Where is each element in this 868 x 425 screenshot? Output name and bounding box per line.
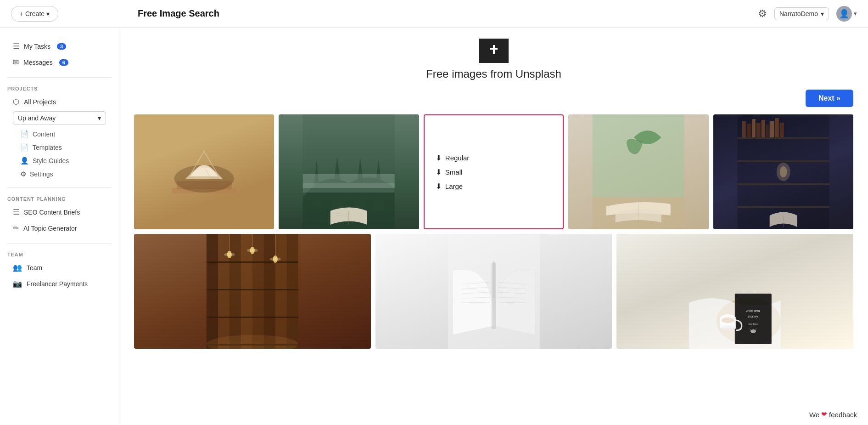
svg-rect-24	[769, 121, 774, 137]
download-large-label: Large	[445, 182, 463, 190]
header-right: ⚙ NarratoDemo ▾ 👤 ▾	[758, 6, 857, 22]
image-card-1[interactable]	[134, 114, 274, 229]
svg-rect-35	[264, 234, 275, 349]
image-2-overlay	[279, 114, 419, 229]
team-section-label: TEAM	[7, 252, 112, 257]
image-grid-row1: ⬇ Regular ⬇ Small ⬇ Large	[134, 114, 853, 229]
sidebar-team-section: TEAM 👥 Team 📷 Freelancer Payments	[0, 248, 119, 294]
messages-badge: 6	[59, 59, 68, 66]
sidebar-item-content[interactable]: 📄 Content	[7, 128, 112, 141]
style-guides-icon: 👤	[20, 157, 29, 165]
download-regular-icon: ⬇	[436, 153, 442, 162]
svg-point-50	[270, 257, 281, 261]
seo-icon: ☰	[13, 208, 19, 216]
svg-rect-19	[746, 124, 751, 137]
svg-rect-31	[218, 234, 230, 349]
sidebar-projects-section: PROJECTS ⬡ All Projects Up and Away ▾ 📄 …	[0, 82, 119, 183]
workspace-name: NarratoDemo	[779, 10, 818, 17]
project-selector[interactable]: Up and Away ▾	[13, 111, 106, 125]
download-small[interactable]: ⬇ Small	[436, 168, 463, 176]
unsplash-header: Free images from Unsplash	[134, 39, 853, 80]
image-card-5[interactable]	[713, 114, 853, 229]
tasks-icon: ☰	[13, 42, 19, 51]
download-small-icon: ⬇	[436, 168, 442, 176]
unsplash-logo-svg	[486, 41, 502, 58]
image-4-overlay	[568, 114, 708, 229]
image-card-7[interactable]	[375, 234, 612, 349]
freelancer-icon: 📷	[13, 279, 22, 288]
download-large[interactable]: ⬇ Large	[436, 182, 463, 191]
content-icon: 📄	[20, 130, 29, 138]
user-avatar-button[interactable]: 👤 ▾	[836, 6, 857, 22]
settings-icon-button[interactable]: ⚙	[758, 8, 767, 20]
sidebar-item-my-tasks[interactable]: ☰ My Tasks 3	[7, 39, 112, 54]
sidebar-divider-3	[7, 243, 112, 244]
svg-point-74	[720, 326, 736, 330]
templates-icon: 📄	[20, 143, 29, 152]
team-icon: 👥	[13, 263, 22, 272]
svg-point-69	[750, 329, 756, 333]
sidebar-item-style-guides[interactable]: 👤 Style Guides	[7, 154, 112, 167]
sidebar: ☰ My Tasks 3 ✉ Messages 6 PROJECTS ⬡ All…	[0, 28, 119, 425]
avatar: 👤	[836, 6, 852, 22]
create-button[interactable]: + Create ▾	[11, 6, 58, 22]
svg-rect-20	[752, 119, 755, 137]
sidebar-item-templates[interactable]: 📄 Templates	[7, 141, 112, 154]
svg-rect-38	[207, 261, 298, 263]
svg-rect-25	[775, 118, 778, 137]
projects-section-label: PROJECTS	[7, 86, 112, 91]
download-large-icon: ⬇	[436, 182, 442, 191]
feedback-heart-icon: ❤	[821, 410, 827, 419]
sidebar-content-planning-section: CONTENT PLANNING ☰ SEO Content Briefs ✏ …	[0, 193, 119, 238]
image-card-4[interactable]	[568, 114, 708, 229]
sidebar-item-ai-topic[interactable]: ✏ AI Topic Generator	[7, 221, 112, 236]
svg-point-75	[722, 317, 734, 323]
templates-label: Templates	[33, 144, 62, 151]
main-content: Free images from Unsplash Next »	[119, 28, 868, 425]
image-1-overlay	[134, 114, 274, 229]
svg-point-28	[779, 166, 787, 177]
sidebar-item-settings[interactable]: ⚙ Settings	[7, 168, 112, 181]
style-guides-label: Style Guides	[33, 157, 69, 164]
image-card-6[interactable]	[134, 234, 371, 349]
feedback-bar: We ❤ feedback	[798, 404, 868, 425]
gear-icon: ⚙	[758, 8, 767, 20]
svg-rect-23	[766, 125, 768, 137]
sidebar-tasks-section: ☰ My Tasks 3 ✉ Messages 6	[0, 35, 119, 73]
create-label: + Create ▾	[20, 10, 50, 17]
project-chevron-icon: ▾	[98, 114, 101, 122]
download-regular[interactable]: ⬇ Regular	[436, 153, 470, 162]
image-8-overlay: milk and honey rupi kaur	[616, 234, 853, 349]
image-card-2[interactable]	[279, 114, 419, 229]
svg-rect-18	[742, 121, 745, 137]
svg-rect-17	[737, 206, 829, 208]
svg-rect-14	[737, 137, 829, 139]
messages-label: Messages	[23, 59, 53, 66]
next-button[interactable]: Next »	[806, 90, 853, 107]
sidebar-item-freelancer[interactable]: 📷 Freelancer Payments	[7, 276, 112, 291]
feedback-text-after: feedback	[829, 411, 857, 419]
seo-label: SEO Content Briefs	[24, 209, 80, 216]
sidebar-item-all-projects[interactable]: ⬡ All Projects	[7, 94, 112, 109]
app-layout: ☰ My Tasks 3 ✉ Messages 6 PROJECTS ⬡ All…	[0, 28, 868, 425]
my-tasks-label: My Tasks	[24, 43, 50, 50]
unsplash-logo	[479, 39, 509, 63]
download-small-label: Small	[445, 168, 463, 176]
svg-point-47	[247, 249, 258, 252]
my-tasks-badge: 3	[57, 43, 66, 50]
sidebar-divider-1	[7, 77, 112, 78]
image-6-overlay	[134, 234, 371, 349]
svg-rect-21	[756, 123, 760, 137]
workspace-selector[interactable]: NarratoDemo ▾	[774, 7, 829, 20]
sidebar-item-team[interactable]: 👥 Team	[7, 260, 112, 275]
image-card-8[interactable]: milk and honey rupi kaur	[616, 234, 853, 349]
next-button-row: Next »	[134, 90, 853, 107]
svg-rect-30	[207, 234, 218, 349]
image-card-download[interactable]: ⬇ Regular ⬇ Small ⬇ Large	[424, 114, 564, 229]
image-7-overlay	[375, 234, 612, 349]
svg-text:honey: honey	[748, 314, 759, 318]
header-left: + Create ▾	[11, 6, 130, 22]
sidebar-item-messages[interactable]: ✉ Messages 6	[7, 55, 112, 70]
sidebar-item-seo[interactable]: ☰ SEO Content Briefs	[7, 204, 112, 220]
user-icon: 👤	[839, 9, 849, 19]
